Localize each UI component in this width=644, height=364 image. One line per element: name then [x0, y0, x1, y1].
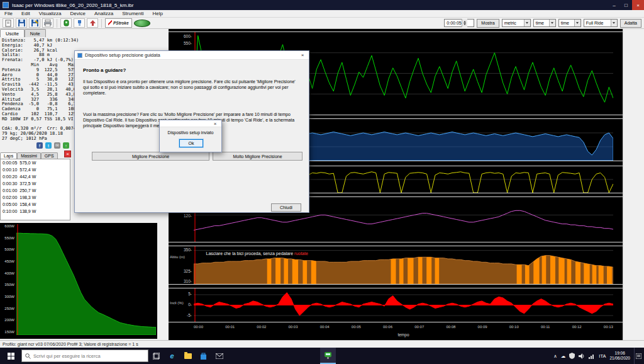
laps-list: 0:00:05 575,0 W0:00:10 572,4 W0:00:20 44… [0, 159, 70, 220]
onedrive-icon[interactable]: ☁ [561, 353, 566, 359]
isaac-app-icon[interactable] [320, 348, 336, 364]
mostra-button[interactable]: Mostra [477, 19, 499, 28]
dialog-message: Dispositivo setup inviato [160, 130, 221, 135]
print-button[interactable] [42, 18, 53, 28]
ok-button[interactable]: Ok [179, 139, 203, 147]
menu-item[interactable]: Analizza [90, 10, 118, 18]
chevron-down-icon [611, 20, 617, 26]
device-button[interactable] [60, 18, 72, 28]
start-button[interactable] [0, 348, 21, 364]
lap-row[interactable]: 0:00:10 572,4 W [1, 166, 70, 173]
toolbar-separator [57, 19, 57, 28]
upload-button[interactable] [87, 18, 98, 28]
dialog-paragraph-1: Il tuo Dispositivo è ora pronto per otte… [83, 79, 302, 96]
adatta-button[interactable]: Adatta [620, 19, 641, 28]
close-button[interactable]: × [632, 0, 644, 10]
email-icon[interactable]: ✉ [54, 142, 60, 149]
pstroke-label: PStroke [113, 21, 129, 25]
molto-migliore-precisione-button[interactable]: Molto Migliore Precisione [213, 152, 303, 161]
facebook-icon[interactable]: f [36, 142, 43, 149]
dialog-close-icon[interactable]: × [296, 51, 309, 60]
tray-expand-icon[interactable]: ∧ [553, 353, 557, 359]
laps-tabs: Laps Massimi GPS [0, 151, 73, 159]
axis-tick-label: 350W [4, 283, 14, 287]
status-text: Profilo: giant ncr v03 07/06/2020 Prof# … [3, 342, 138, 346]
edge-icon[interactable]: e [164, 348, 180, 364]
lap-row[interactable]: 0:00:05 575,0 W [1, 159, 70, 166]
ibike-logo[interactable] [134, 20, 150, 27]
mmp-y-axis: 600W550W500W450W400W350W300W250W200W150W [0, 224, 16, 334]
axis-tick-label: 120- [184, 213, 192, 218]
menu-item[interactable]: Strumenti [118, 10, 148, 18]
migliore-precisione-button[interactable]: Migliore Precisione [92, 152, 209, 161]
tab-gps[interactable]: GPS [41, 152, 58, 159]
lap-row[interactable]: 0:00:20 442,4 W [1, 173, 70, 180]
volume-icon[interactable] [579, 353, 585, 359]
twitter-icon[interactable]: t [45, 142, 52, 149]
usb-download-button[interactable] [74, 18, 85, 28]
units-dropdown[interactable]: metric [502, 19, 531, 27]
axis-tick-label: 550W [4, 236, 14, 240]
menu-item[interactable]: Help [148, 10, 167, 18]
pstroke-button[interactable]: PStroke [105, 18, 132, 28]
mmp-chart[interactable] [16, 224, 156, 335]
file-explorer-icon[interactable] [180, 348, 196, 364]
time-tick-label: 00:01 [225, 325, 235, 329]
tab-uscite[interactable]: Uscite [0, 29, 25, 37]
chiudi-button[interactable]: Chiudi [271, 203, 301, 212]
tab-laps[interactable]: Laps [0, 152, 17, 159]
close-laps-icon[interactable]: × [64, 151, 71, 157]
altitude-y-axis: Altitu (m) 350- 325- 310- [169, 246, 194, 284]
clock-date: 21/06/2020 [609, 356, 630, 361]
mail-icon[interactable] [211, 348, 227, 364]
xaxis-dropdown[interactable]: time [533, 19, 556, 27]
tab-note[interactable]: Note [25, 29, 46, 37]
network-icon[interactable] [589, 353, 595, 359]
window-titlebar: Isaac per Windows iBike_06_20_2020_1818_… [0, 0, 644, 10]
clock-time: 19:06 [609, 351, 630, 356]
shield-icon[interactable] [569, 353, 575, 359]
lap-row[interactable]: 0:10:00 138,9 W [1, 208, 70, 215]
axis-tick-label: 450W [4, 259, 14, 263]
axis-tick-label: 300W [4, 295, 14, 299]
menu-item[interactable]: Edit [17, 10, 35, 18]
axis-tick-label: 350- [184, 247, 192, 252]
slope-chart[interactable] [194, 288, 613, 322]
open-file-button[interactable] [3, 18, 14, 28]
axis-tick-label: 200W [4, 318, 14, 322]
lap-row[interactable]: 0:01:00 250,7 W [1, 187, 70, 194]
taskbar-search[interactable] [21, 350, 148, 362]
time-axis-title: tempo [194, 333, 613, 337]
tab-massimi[interactable]: Massimi [17, 152, 41, 159]
lap-row[interactable]: 0:02:00 198,3 W [1, 194, 70, 201]
store-icon[interactable] [196, 348, 211, 364]
share-icons: f t ✉ ↑ [36, 142, 69, 149]
usb-icon [76, 20, 83, 26]
upload-icon[interactable]: ↑ [63, 142, 69, 149]
menu-item[interactable]: Visualizza [35, 10, 66, 18]
range-dropdown[interactable]: Full Ride [584, 19, 618, 27]
axis-label: Incli (%) [170, 301, 184, 305]
maximize-button[interactable]: □ [620, 0, 632, 10]
minimize-button[interactable]: – [608, 0, 620, 10]
axis-tick-label: 5- [188, 292, 192, 296]
lap-row[interactable]: 0:05:00 158,4 W [1, 201, 70, 208]
search-input[interactable] [33, 353, 140, 359]
time-spinner[interactable]: 0:00:05 [444, 19, 474, 27]
axis-tick-label: 0- [188, 302, 192, 307]
xaxis2-dropdown[interactable]: time [558, 19, 581, 27]
taskbar-clock[interactable]: 19:06 21/06/2020 [609, 351, 630, 361]
search-icon [25, 353, 31, 359]
notification-center-icon[interactable] [634, 348, 643, 364]
save-as-button[interactable] [29, 18, 40, 28]
save-button[interactable] [16, 18, 27, 28]
language-indicator[interactable]: ITA [599, 353, 606, 359]
time-tick-label: 00:12 [572, 325, 582, 329]
dialog-close-icon[interactable]: × [209, 119, 221, 128]
menu-item[interactable]: File [0, 10, 17, 18]
lap-row[interactable]: 0:00:30 372,5 W [1, 180, 70, 187]
menu-item[interactable]: Device [66, 10, 90, 18]
spinner-arrows[interactable] [462, 19, 467, 27]
setup-sent-dialog: × Dispositivo setup inviato Ok [159, 120, 222, 152]
task-view-icon[interactable] [148, 348, 164, 364]
